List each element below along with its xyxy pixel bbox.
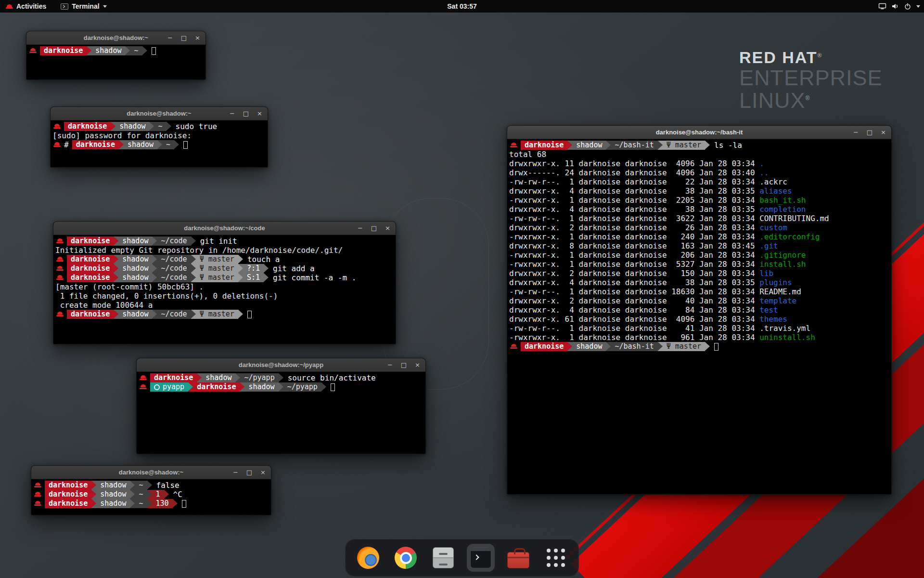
minimize-button[interactable]: − xyxy=(233,469,238,475)
maximize-button[interactable]: □ xyxy=(246,469,252,475)
terminal-prompt-line: darknoiseshadow~/pyappsource bin/activat… xyxy=(139,373,424,382)
close-button[interactable]: × xyxy=(881,129,886,135)
prompt-segment-user: darknoise xyxy=(193,382,240,392)
terminal-output-line: create mode 100644 a xyxy=(55,301,394,310)
terminal-prompt-line: darknoiseshadow~130 xyxy=(33,499,269,508)
close-button[interactable]: × xyxy=(260,469,266,475)
file-name: aliases xyxy=(759,186,792,196)
titlebar[interactable]: darknoise@shadow:~ − □ × xyxy=(51,107,268,120)
file-name: install.sh xyxy=(759,260,806,269)
file-name: custom xyxy=(759,223,787,232)
prompt-segment-exit: 130 xyxy=(152,499,173,508)
file-attributes: -rw-rw-r--. 1 darknoise darknoise 3622 J… xyxy=(509,214,759,223)
terminal-content[interactable]: darknoiseshadow~ xyxy=(26,45,205,57)
terminal-cursor xyxy=(331,383,335,391)
terminal-prompt-line: darknoiseshadow~/codeΨ master xyxy=(55,310,394,319)
close-button[interactable]: × xyxy=(257,110,262,117)
minimize-button[interactable]: − xyxy=(230,110,235,117)
terminal-cursor xyxy=(152,47,156,55)
terminal-prompt-line: darknoiseshadow~ xyxy=(28,46,204,55)
powerline-separator xyxy=(191,264,196,273)
file-attributes: drwxrwxr-x. 2 darknoise darknoise 40 Jan… xyxy=(509,296,759,305)
prompt-segment-user: darknoise xyxy=(45,490,91,499)
prompt-segment-user: darknoise xyxy=(40,46,87,55)
file-list-row: -rwxrwxr-x. 1 darknoise darknoise 240 Ja… xyxy=(509,232,889,241)
terminal-content[interactable]: darknoiseshadow~/pyappsource bin/activat… xyxy=(137,372,425,393)
dock-show-applications[interactable] xyxy=(542,544,570,572)
command-text: ^C xyxy=(173,490,182,499)
terminal-window-sudo: darknoise@shadow:~ − □ × darknoiseshadow… xyxy=(50,106,268,168)
file-name: .. xyxy=(759,168,769,177)
prompt-segment-user: darknoise xyxy=(67,310,114,319)
redhat-prompt-icon xyxy=(53,141,61,148)
dock-terminal[interactable] xyxy=(467,544,495,572)
titlebar[interactable]: darknoise@shadow:~/code − □ × xyxy=(53,222,396,235)
powerline-separator xyxy=(130,499,135,508)
redhat-prompt-icon xyxy=(34,500,41,507)
terminal-prompt-line: #darknoiseshadow~ xyxy=(52,140,266,149)
prompt-segment-path: ~ xyxy=(130,46,142,55)
dock-toolbox[interactable] xyxy=(504,544,532,572)
redhat-prompt-icon xyxy=(34,491,41,498)
minimize-button[interactable]: − xyxy=(167,35,173,41)
minimize-button[interactable]: − xyxy=(853,129,859,135)
powerline-separator xyxy=(167,122,171,131)
dock-files[interactable] xyxy=(429,544,457,572)
terminal-output-line: [sudo] password for darknoise: xyxy=(52,131,266,140)
redhat-prompt-icon xyxy=(56,311,64,318)
file-list-row: drwxrwxr-x. 2 darknoise darknoise 40 Jan… xyxy=(509,296,889,305)
titlebar[interactable]: darknoise@shadow:~/bash-it − □ × xyxy=(507,126,891,139)
terminal-content[interactable]: darknoiseshadow~/bash-itΨ masterls -lato… xyxy=(507,139,891,353)
close-button[interactable]: × xyxy=(385,225,390,231)
powerline-separator xyxy=(705,141,710,150)
file-name: . xyxy=(759,159,764,168)
prompt-segment-host: shadow xyxy=(572,141,606,150)
maximize-button[interactable]: □ xyxy=(181,35,187,41)
dock-firefox[interactable] xyxy=(354,544,382,572)
system-status-area[interactable] xyxy=(878,2,920,10)
prompt-segment-host: shadow xyxy=(118,255,152,264)
powerline-separator xyxy=(658,342,663,351)
powerline-separator xyxy=(238,273,243,282)
close-button[interactable]: × xyxy=(415,362,420,368)
redhat-prompt-icon xyxy=(34,482,41,489)
file-attributes: drwxrwxr-x. 8 darknoise darknoise 163 Ja… xyxy=(509,241,759,250)
powerline-separator xyxy=(114,273,118,282)
powerline-separator xyxy=(147,499,152,508)
terminal-prompt-line: darknoiseshadow~/bash-itΨ masterls -la xyxy=(509,141,889,150)
terminal-prompt-line: darknoiseshadow~/codeΨ masterS:1git comm… xyxy=(55,273,394,282)
maximize-button[interactable]: □ xyxy=(371,225,377,231)
terminal-content[interactable]: darknoiseshadow~sudo true[sudo] password… xyxy=(51,120,268,151)
powerline-separator xyxy=(238,255,243,264)
powerline-separator xyxy=(91,490,96,499)
app-menu-label: Terminal xyxy=(72,2,99,10)
titlebar[interactable]: darknoise@shadow:~ − □ × xyxy=(26,31,205,45)
terminal-content[interactable]: darknoiseshadow~falsedarknoiseshadow~1^C… xyxy=(31,479,271,510)
prompt-segment-git: Ψ master xyxy=(663,342,705,351)
maximize-button[interactable]: □ xyxy=(243,110,249,117)
file-name: .editorconfig xyxy=(759,232,820,241)
prompt-segment-host: shadow xyxy=(91,46,125,55)
maximize-button[interactable]: □ xyxy=(401,362,407,368)
file-attributes: -rwxrwxr-x. 1 darknoise darknoise 961 Ja… xyxy=(509,333,759,342)
file-name: test xyxy=(759,305,778,315)
powerline-separator xyxy=(188,382,193,392)
powerline-separator xyxy=(152,264,157,273)
prompt-segment-host: shadow xyxy=(124,140,157,149)
maximize-button[interactable]: □ xyxy=(867,129,873,135)
activities-button[interactable]: Activities xyxy=(4,0,48,13)
titlebar[interactable]: darknoise@shadow:~ − □ × xyxy=(31,466,271,479)
powerline-separator xyxy=(238,264,243,273)
clock[interactable]: Sat 03:57 xyxy=(447,2,476,10)
file-attributes: drwxrwxr-x. 61 darknoise darknoise 4096 … xyxy=(509,315,759,324)
dock-chrome[interactable] xyxy=(392,544,420,572)
app-menu-terminal[interactable]: Terminal xyxy=(59,0,108,13)
close-button[interactable]: × xyxy=(195,35,200,41)
titlebar[interactable]: darknoise@shadow:~/pyapp − □ × xyxy=(137,358,425,372)
minimize-button[interactable]: − xyxy=(358,225,363,231)
terminal-content[interactable]: darknoiseshadow~/codegit initInitialized… xyxy=(53,235,396,320)
chrome-icon xyxy=(395,547,417,569)
minimize-button[interactable]: − xyxy=(387,362,393,368)
volume-icon xyxy=(891,2,899,10)
file-attributes: drwxrwxr-x. 4 darknoise darknoise 38 Jan… xyxy=(509,278,759,287)
